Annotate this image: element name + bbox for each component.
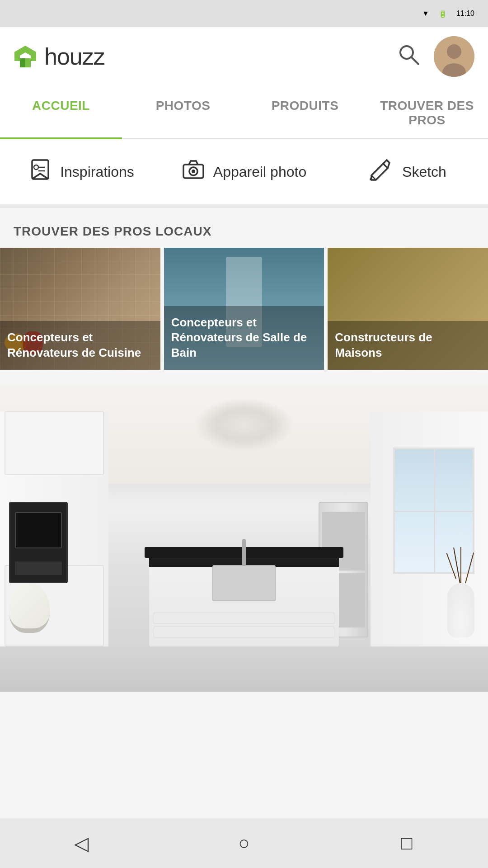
decorative-vase — [447, 583, 474, 637]
logo-text: houzz — [44, 43, 105, 70]
header-actions — [397, 36, 474, 77]
faucet — [242, 539, 246, 566]
sketch-icon — [367, 157, 394, 186]
pro-card-kitchen-overlay: Concepteurs et Rénovateurs de Cuisine — [0, 321, 160, 370]
battery-icon: 🔋 — [438, 9, 447, 18]
quick-actions: Inspirations Appareil photo Sketch — [0, 139, 488, 208]
kitchen-window — [393, 448, 474, 574]
bookmark-icon — [28, 157, 52, 186]
back-button[interactable]: ◁ — [59, 827, 104, 859]
kitchen-island — [149, 547, 339, 646]
pro-card-construction-text: Constructeurs de Maisons — [335, 330, 432, 359]
wifi-icon: ▼ — [422, 9, 429, 18]
search-button[interactable] — [397, 42, 420, 71]
svg-point-9 — [34, 165, 38, 170]
inspirations-label: Inspirations — [60, 164, 134, 180]
user-avatar-icon — [434, 36, 474, 77]
pro-card-kitchen[interactable]: Concepteurs et Rénovateurs de Cuisine — [0, 248, 160, 370]
back-icon: ◁ — [74, 832, 89, 854]
pro-card-kitchen-text: Concepteurs et Rénovateurs de Cuisine — [7, 330, 141, 359]
avatar[interactable] — [434, 36, 474, 77]
oven — [9, 502, 68, 583]
quick-action-camera[interactable]: Appareil photo — [163, 153, 325, 191]
status-bar: ▼ 🔋 11:10 — [0, 0, 488, 27]
pro-card-construction-overlay: Constructeurs de Maisons — [328, 321, 488, 370]
svg-point-14 — [192, 170, 195, 173]
recents-square-icon: □ — [401, 832, 412, 854]
quick-action-sketch[interactable]: Sketch — [325, 153, 488, 191]
search-icon — [397, 42, 420, 66]
home-circle-icon: ○ — [238, 832, 249, 854]
recents-button[interactable]: □ — [384, 827, 429, 859]
pro-card-bathroom[interactable]: Concepteurs et Rénovateurs de Salle de B… — [164, 248, 324, 370]
quick-action-inspirations[interactable]: Inspirations — [0, 153, 163, 191]
header: houzz — [0, 27, 488, 86]
houzz-logo-icon — [14, 45, 37, 68]
pros-section-title: TROUVER DES PROS LOCAUX — [14, 224, 211, 238]
featured-kitchen-image[interactable] — [0, 384, 488, 692]
svg-rect-2 — [25, 58, 31, 67]
camera-label: Appareil photo — [213, 164, 306, 180]
tab-trouver[interactable]: TROUVER DES PROS — [366, 86, 488, 139]
pro-card-bathroom-text: Concepteurs et Rénovateurs de Salle de B… — [171, 316, 307, 360]
svg-line-4 — [411, 57, 418, 64]
camera-icon — [182, 157, 205, 186]
pro-card-construction[interactable]: Constructeurs de Maisons — [328, 248, 488, 370]
time: 11:10 — [456, 9, 474, 18]
nav-tabs: ACCUEIL PHOTOS PRODUITS TROUVER DES PROS — [0, 86, 488, 139]
logo[interactable]: houzz — [14, 43, 105, 70]
bottom-nav: ◁ ○ □ — [0, 818, 488, 868]
tab-accueil[interactable]: ACCUEIL — [0, 86, 122, 139]
decorative-lamp — [9, 583, 50, 633]
tab-photos[interactable]: PHOTOS — [122, 86, 244, 139]
sketch-label: Sketch — [402, 164, 446, 180]
pro-card-bathroom-overlay: Concepteurs et Rénovateurs de Salle de B… — [164, 306, 324, 370]
ceiling-ornament — [194, 398, 294, 452]
pro-cards: Concepteurs et Rénovateurs de Cuisine Co… — [0, 248, 488, 377]
pros-section-header: TROUVER DES PROS LOCAUX — [0, 208, 488, 248]
kitchen-sink — [212, 565, 276, 601]
tab-produits[interactable]: PRODUITS — [244, 86, 366, 139]
home-button[interactable]: ○ — [221, 827, 267, 859]
svg-point-6 — [447, 44, 461, 59]
